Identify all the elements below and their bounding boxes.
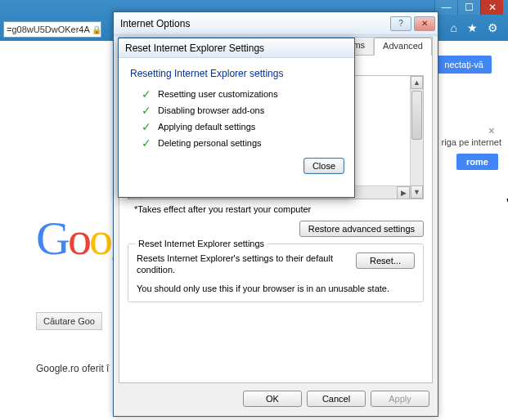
io-help-button[interactable]: ? xyxy=(390,16,411,31)
reset-usage-note: You should only use this if your browser… xyxy=(137,284,415,293)
reset-close-button[interactable]: Close xyxy=(303,158,344,174)
io-close-button[interactable]: ✕ xyxy=(414,16,435,31)
toolbar-icons: ⌂ ★ ⚙ xyxy=(451,21,498,34)
lock-icon: 🔒 xyxy=(92,25,101,34)
address-bar[interactable]: =g08wU5DwOKer4A 🔒 xyxy=(3,21,101,38)
reset-step-2: Disabling browser add-ons xyxy=(158,105,264,115)
reset-dialog-heading: Resetting Internet Explorer settings xyxy=(130,68,343,79)
reset-step-3: Applying default settings xyxy=(158,122,255,132)
google-offered-text: Google.ro oferit î xyxy=(36,363,109,374)
address-text: =g08wU5DwOKer4A xyxy=(7,25,90,34)
signin-button[interactable]: nectați-vă xyxy=(436,56,492,74)
cancel-button[interactable]: Cancel xyxy=(307,391,366,407)
reset-progress-dialog: Reset Internet Explorer Settings Resetti… xyxy=(118,38,355,198)
reset-dialog-title: Reset Internet Explorer Settings xyxy=(125,42,264,54)
promo-text: riga pe internet xyxy=(442,137,501,147)
scroll-right-icon[interactable]: ▶ xyxy=(397,186,410,199)
chrome-promo-button[interactable]: rome xyxy=(456,154,498,170)
cursor-icon: ↖ xyxy=(505,194,508,208)
tab-advanced[interactable]: Advanced xyxy=(374,38,432,56)
settings-vertical-scrollbar[interactable]: ▲ ▼ xyxy=(410,76,423,199)
apply-button[interactable]: Apply xyxy=(371,391,429,407)
checkmark-icon: ✓ xyxy=(142,122,151,132)
reset-step-1: Resetting user customizations xyxy=(158,89,278,99)
reset-step-4: Deleting personal settings xyxy=(158,138,262,148)
ok-button[interactable]: OK xyxy=(243,391,302,407)
scroll-up-icon[interactable]: ▲ xyxy=(411,76,423,89)
reset-button[interactable]: Reset... xyxy=(356,252,415,269)
favorites-icon[interactable]: ★ xyxy=(467,21,478,34)
scroll-thumb-vertical[interactable] xyxy=(411,91,422,140)
window-restore-button[interactable]: ☐ xyxy=(457,0,480,15)
reset-legend: Reset Internet Explorer settings xyxy=(135,239,267,248)
promo-close-icon[interactable]: × xyxy=(488,124,495,137)
internet-options-titlebar[interactable]: Internet Options ? ✕ xyxy=(114,12,438,35)
reset-dialog-titlebar[interactable]: Reset Internet Explorer Settings xyxy=(119,38,354,58)
takes-effect-note: *Takes effect after you restart your com… xyxy=(134,204,422,214)
google-search-button[interactable]: Căutare Goo xyxy=(36,312,102,330)
home-icon[interactable]: ⌂ xyxy=(451,21,457,34)
gear-icon[interactable]: ⚙ xyxy=(488,21,498,34)
checkmark-icon: ✓ xyxy=(142,89,151,99)
restore-advanced-button[interactable]: Restore advanced settings xyxy=(299,221,424,237)
internet-options-title: Internet Options xyxy=(120,18,190,29)
scroll-down-icon[interactable]: ▼ xyxy=(411,185,423,199)
window-close-button[interactable]: ✕ xyxy=(480,0,503,15)
checkmark-icon: ✓ xyxy=(142,138,151,148)
reset-description: Resets Internet Explorer's settings to t… xyxy=(137,252,346,275)
io-footer: OK Cancel Apply xyxy=(114,386,438,411)
checkmark-icon: ✓ xyxy=(142,105,151,115)
reset-fieldset: Reset Internet Explorer settings Resets … xyxy=(128,244,424,302)
